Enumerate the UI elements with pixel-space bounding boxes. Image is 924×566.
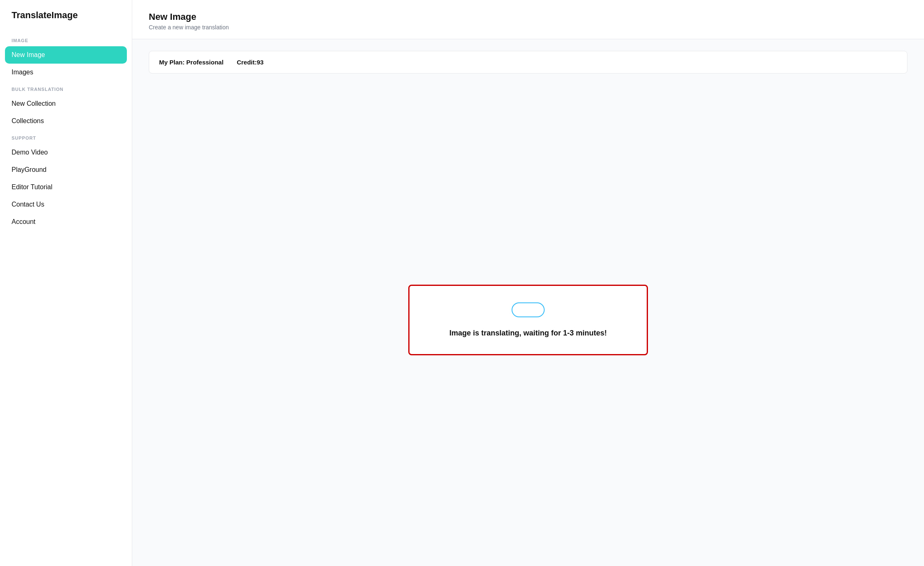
sidebar-item-contact-us[interactable]: Contact Us — [0, 196, 132, 213]
sidebar-item-playground[interactable]: PlayGround — [0, 161, 132, 178]
sidebar-item-account[interactable]: Account — [0, 213, 132, 231]
app-logo: TranslateImage — [0, 10, 132, 32]
plan-label: My Plan: Professional — [159, 59, 224, 66]
sidebar-section-support: SUPPORT — [0, 130, 132, 144]
credit-label: Credit:93 — [237, 59, 264, 66]
page-subtitle: Create a new image translation — [149, 24, 907, 31]
sidebar-item-demo-video[interactable]: Demo Video — [0, 144, 132, 161]
loading-spinner — [512, 302, 545, 317]
sidebar-section-image: IMAGE — [0, 32, 132, 46]
page-title: New Image — [149, 12, 907, 22]
page-header: New Image Create a new image translation — [132, 0, 924, 39]
sidebar-item-images[interactable]: Images — [0, 64, 132, 81]
main-content: New Image Create a new image translation… — [132, 0, 924, 566]
main-body: Image is translating, waiting for 1-3 mi… — [132, 74, 924, 566]
sidebar-item-editor-tutorial[interactable]: Editor Tutorial — [0, 178, 132, 196]
plan-bar: My Plan: Professional Credit:93 — [149, 51, 907, 74]
sidebar-item-new-collection[interactable]: New Collection — [0, 95, 132, 112]
sidebar-item-collections[interactable]: Collections — [0, 112, 132, 130]
translation-message: Image is translating, waiting for 1-3 mi… — [449, 329, 607, 338]
sidebar-item-new-image[interactable]: New Image — [5, 46, 127, 64]
sidebar: TranslateImage IMAGE New Image Images BU… — [0, 0, 132, 566]
translation-status-box: Image is translating, waiting for 1-3 mi… — [408, 285, 648, 355]
sidebar-section-bulk: BULK TRANSLATION — [0, 81, 132, 95]
